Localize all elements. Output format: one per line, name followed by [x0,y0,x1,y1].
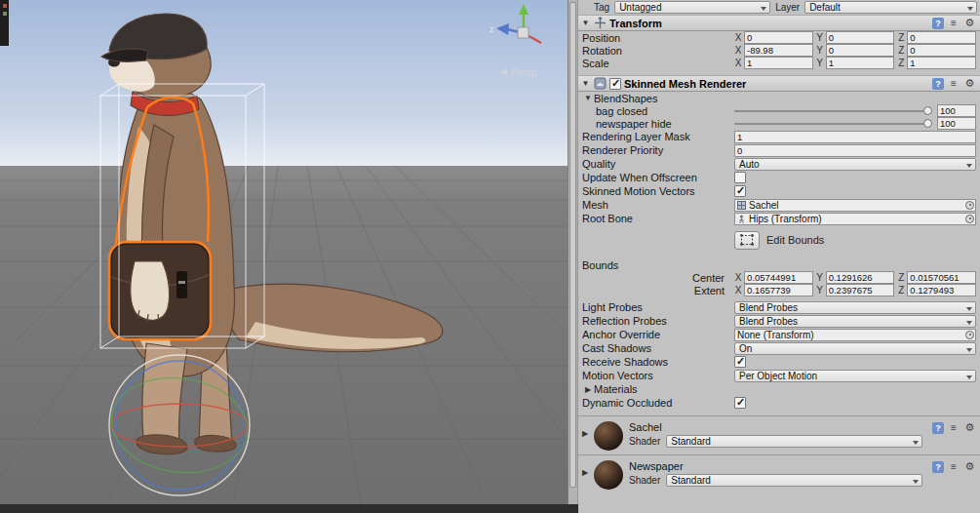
edit-bounds-row: Edit Bounds [734,229,980,251]
rotation-x-field[interactable]: -89.98 [744,44,813,57]
material-preview-sphere[interactable] [594,421,623,451]
mesh-object-field[interactable]: Sachel [734,199,976,212]
renderer-priority-field[interactable]: 0 [734,144,976,157]
scrollbar-thumb[interactable] [569,2,576,488]
sky [0,0,568,166]
edit-bounds-button[interactable] [734,231,760,250]
field-label: Rendering Layer Mask [582,131,734,142]
quality-dropdown[interactable]: Auto [734,158,976,171]
receive-shadows-checkbox[interactable] [734,356,746,368]
gizmo-cube[interactable] [518,27,529,38]
blendshapes-foldout[interactable]: ▼ BlendShapes [578,92,980,104]
update-when-offscreen-checkbox[interactable] [734,172,746,183]
scene-view[interactable]: z Persp [0,0,568,504]
axis-y-label: Y [816,45,824,56]
shader-dropdown[interactable]: Standard [666,435,922,448]
blendshape-slider[interactable] [734,117,932,130]
anchor-override-row: Anchor Override None (Transform) [578,328,980,341]
rendering-layer-mask-field[interactable]: 1 [734,131,976,143]
scale-y-field[interactable]: 1 [826,57,895,69]
reflection-probes-dropdown[interactable]: Blend Probes [734,315,976,328]
axis-z-label: Z [897,285,905,296]
preset-icon[interactable]: ≡ [948,461,960,473]
paw [131,261,170,322]
transform-header[interactable]: ▼ Transform ? ≡ ⚙ [578,15,980,31]
position-x-field[interactable]: 0 [744,31,813,44]
foldout-open-icon[interactable]: ▼ [580,19,591,27]
materials-label: Materials [594,383,976,395]
foldout-open-icon[interactable]: ▼ [582,94,594,102]
gear-icon[interactable]: ⚙ [963,77,976,90]
gear-icon[interactable]: ⚙ [963,421,976,434]
layer-dropdown[interactable]: Default [804,1,977,14]
axis-x-label: X [734,272,742,283]
motion-vectors-dropdown[interactable]: Per Object Motion [734,370,976,382]
object-picker-icon[interactable] [965,331,974,339]
foldout-closed-icon[interactable]: ▶ [580,429,590,438]
extent-y-field[interactable]: 0.2397675 [826,284,895,296]
center-y-field[interactable]: 0.1291626 [826,271,895,284]
mesh-icon [737,201,746,210]
axis-y-label: Y [816,272,824,283]
bone-transform-icon [737,215,746,223]
skinned-mesh-renderer-header[interactable]: ▼ Skinned Mesh Renderer ? ≡ ⚙ [578,75,980,92]
blendshape-slider[interactable] [734,104,932,117]
bounds-center-row: Center X0.05744991 Y0.1291626 Z0.0157056… [578,271,980,284]
dynamic-occluded-checkbox[interactable] [734,397,746,409]
field-label: Position [582,32,734,44]
position-z-field[interactable]: 0 [907,31,976,44]
extent-x-field[interactable]: 0.1657739 [744,284,813,296]
help-icon[interactable]: ? [932,422,944,434]
preset-icon[interactable]: ≡ [948,422,960,434]
slider-knob[interactable] [923,106,932,115]
help-icon[interactable]: ? [932,78,944,90]
scale-row: Scale X1 Y1 Z1 [578,57,980,69]
gear-icon[interactable]: ⚙ [963,460,976,473]
position-y-field[interactable]: 0 [826,31,895,44]
slider-knob[interactable] [923,119,932,128]
blendshape-value-field[interactable]: 100 [937,117,976,130]
field-label: Quality [582,158,734,170]
material-section-sachel[interactable]: ▶ Sachel Shader Standard ? ≡ ⚙ [578,415,980,454]
anchor-override-object-field[interactable]: None (Transform) [734,329,976,341]
foldout-closed-icon[interactable]: ▶ [582,385,594,394]
blendshape-value-field[interactable]: 100 [937,104,976,117]
rotation-y-field[interactable]: 0 [826,44,895,57]
object-picker-icon[interactable] [965,215,974,223]
tag-label: Tag [594,2,609,13]
materials-foldout[interactable]: ▶ Materials [578,382,980,396]
material-preview-sphere[interactable] [594,460,623,490]
shader-value: Standard [671,436,711,447]
center-z-field[interactable]: 0.01570561 [907,271,976,284]
field-label: Dynamic Occluded [582,397,734,409]
light-probes-dropdown[interactable]: Blend Probes [734,301,976,314]
material-section-newspaper[interactable]: ▶ Newspaper Shader Standard ? ≡ ⚙ [578,454,980,493]
help-icon[interactable]: ? [932,461,944,473]
scale-x-field[interactable]: 1 [744,57,813,69]
field-label: Receive Shadows [582,356,734,368]
inspector-panel: Tag Untagged Layer Default ▼ Transform ?… [578,0,980,513]
root-bone-object-field[interactable]: Hips (Transform) [734,213,976,225]
gear-icon[interactable]: ⚙ [963,17,976,29]
field-label: Root Bone [582,213,734,224]
foldout-closed-icon[interactable]: ▶ [580,468,590,477]
shader-dropdown[interactable]: Standard [666,474,922,487]
extent-z-field[interactable]: 0.1279493 [907,284,976,296]
help-icon[interactable]: ? [932,18,944,29]
tag-dropdown[interactable]: Untagged [614,1,770,14]
z-axis-label: z [490,24,494,34]
center-x-field[interactable]: 0.05744991 [744,271,813,284]
object-picker-icon[interactable] [965,201,974,210]
foldout-open-icon[interactable]: ▼ [580,79,591,88]
component-enabled-checkbox[interactable] [609,78,621,90]
component-title: Transform [609,18,662,29]
component-title: Skinned Mesh Renderer [624,78,746,90]
scale-z-field[interactable]: 1 [907,57,976,69]
rotation-z-field[interactable]: 0 [907,44,976,57]
skinned-motion-vectors-checkbox[interactable] [734,185,746,197]
preset-icon[interactable]: ≡ [948,78,960,90]
field-label: Cast Shadows [582,342,734,354]
inspector-scrollbar[interactable] [568,0,578,513]
preset-icon[interactable]: ≡ [948,18,960,29]
cast-shadows-dropdown[interactable]: On [734,342,976,355]
